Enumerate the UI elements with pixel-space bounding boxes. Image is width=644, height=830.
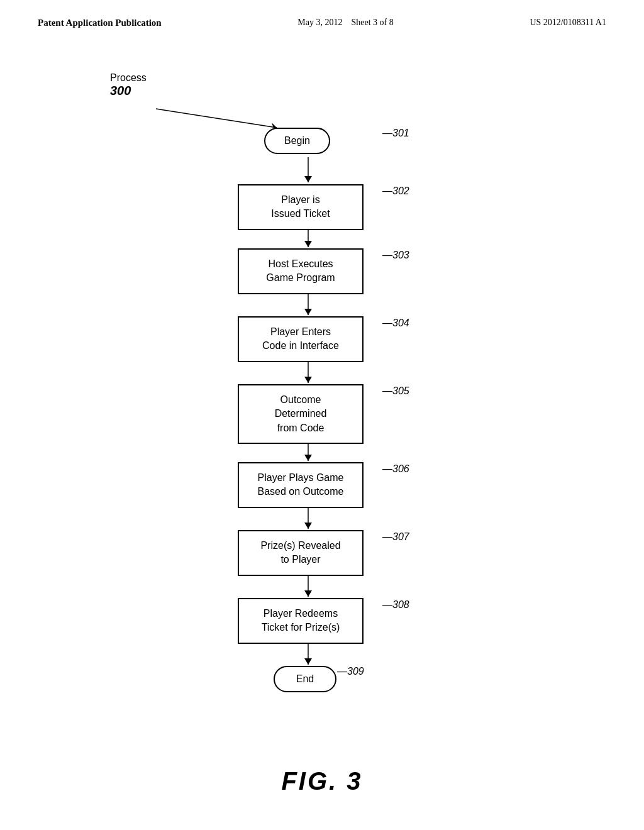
label-305: —305 xyxy=(382,385,409,397)
node-307: Prize(s) Revealedto Player xyxy=(238,530,364,576)
rect-307: Prize(s) Revealedto Player xyxy=(238,530,364,576)
svg-line-0 xyxy=(156,109,277,128)
process-label: Process 300 xyxy=(110,72,147,98)
node-304: Player EntersCode in Interface xyxy=(238,316,364,362)
label-306: —306 xyxy=(382,463,409,475)
rect-303: Host ExecutesGame Program xyxy=(238,248,364,294)
rect-304: Player EntersCode in Interface xyxy=(238,316,364,362)
svg-marker-15 xyxy=(304,590,312,597)
label-308: —308 xyxy=(382,599,409,611)
svg-marker-5 xyxy=(304,241,312,247)
node-306: Player Plays GameBased on Outcome xyxy=(238,462,364,508)
date-sheet: May 3, 2012 Sheet 3 of 8 xyxy=(297,18,393,28)
svg-marker-7 xyxy=(304,309,312,315)
figure-caption: FIG. 3 xyxy=(281,767,362,795)
page-header: Patent Application Publication May 3, 20… xyxy=(0,0,644,28)
node-303: Host ExecutesGame Program xyxy=(238,248,364,294)
label-304: —304 xyxy=(382,318,409,329)
node-309: End xyxy=(274,666,336,692)
diagram-area: Process 300 Begin —301 Player isIssued T… xyxy=(0,35,644,758)
rect-306: Player Plays GameBased on Outcome xyxy=(238,462,364,508)
label-301: —301 xyxy=(382,128,409,139)
end-oval: End xyxy=(274,666,336,692)
begin-oval: Begin xyxy=(264,128,330,154)
rect-305: OutcomeDeterminedfrom Code xyxy=(238,384,364,444)
label-309: —309 xyxy=(337,666,364,677)
svg-marker-9 xyxy=(304,377,312,383)
svg-marker-13 xyxy=(304,523,312,529)
date: May 3, 2012 xyxy=(297,18,342,27)
svg-marker-3 xyxy=(304,176,312,182)
label-302: —302 xyxy=(382,185,409,197)
label-307: —307 xyxy=(382,531,409,543)
node-302: Player isIssued Ticket xyxy=(238,184,364,230)
svg-marker-11 xyxy=(304,455,312,461)
label-303: —303 xyxy=(382,250,409,261)
node-301: Begin xyxy=(264,128,330,154)
node-308: Player RedeemsTicket for Prize(s) xyxy=(238,598,364,644)
node-305: OutcomeDeterminedfrom Code xyxy=(238,384,364,444)
sheet: Sheet 3 of 8 xyxy=(351,18,393,27)
rect-302: Player isIssued Ticket xyxy=(238,184,364,230)
rect-308: Player RedeemsTicket for Prize(s) xyxy=(238,598,364,644)
patent-number: US 2012/0108311 A1 xyxy=(530,18,606,28)
svg-marker-17 xyxy=(304,658,312,665)
publication-label: Patent Application Publication xyxy=(38,18,162,28)
